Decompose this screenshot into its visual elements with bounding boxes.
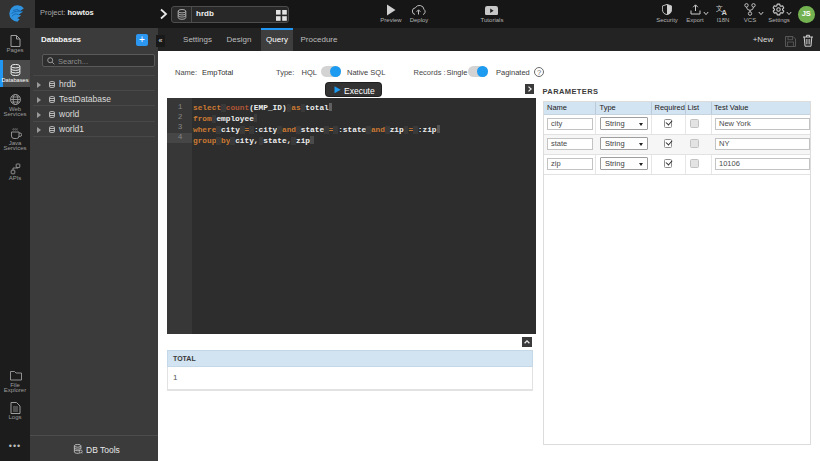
svg-text:A: A [722,8,728,16]
